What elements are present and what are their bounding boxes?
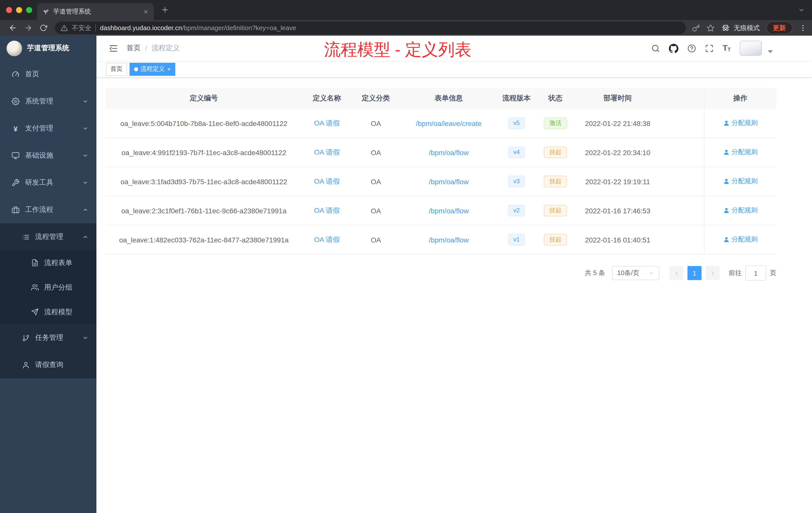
sidebar-item-system[interactable]: 系统管理 [0, 88, 96, 115]
table-row: oa_leave:4:991f2193-7b7f-11ec-a3c8-acde4… [106, 138, 776, 167]
sidebar-item-leave-query[interactable]: 请假查询 [0, 351, 96, 379]
list-icon [22, 233, 29, 241]
sidebar-item-task-management[interactable]: 任务管理 [0, 324, 96, 351]
assign-rule-link[interactable]: 分配规则 [723, 235, 758, 244]
definition-name-link[interactable]: OA 请假 [314, 235, 340, 243]
filler-cell [660, 167, 704, 196]
pagination: 共 5 条 10条/页 1 前往 页 [106, 266, 776, 280]
screen: 芋道管理系统 不安全 dashboard.yudao.iocoder.cn/bp… [0, 0, 812, 513]
goto-page-input[interactable] [745, 266, 766, 280]
minimize-window-button[interactable] [16, 7, 22, 13]
tag-close-icon[interactable]: × [167, 66, 171, 72]
sidebar-item-infrastructure[interactable]: 基础设施 [0, 142, 96, 169]
column-header: 部署时间 [576, 88, 660, 109]
new-tab-button[interactable] [161, 5, 169, 14]
password-key-icon[interactable] [692, 24, 700, 32]
assign-rule-link[interactable]: 分配规则 [723, 119, 758, 128]
avatar-caret-icon[interactable] [768, 50, 773, 53]
bookmark-star-icon[interactable] [706, 24, 715, 32]
deploy-time: 2022-01-22 20:34:10 [576, 138, 660, 167]
filler-cell [660, 109, 704, 138]
breadcrumb-home[interactable]: 首页 [126, 44, 141, 53]
chevron-up-icon [82, 207, 88, 213]
page-unit-label: 页 [770, 269, 776, 278]
reload-button[interactable] [40, 24, 47, 32]
sidebar-item-workflow[interactable]: 工作流程 [0, 196, 96, 223]
definition-id: oa_leave:2:3c1f0ef1-76b1-11ec-9c66-a2380… [106, 196, 302, 225]
incognito-label: 无痕模式 [734, 23, 760, 32]
tag-process-definition[interactable]: 流程定义 × [129, 62, 175, 76]
form-link[interactable]: /bpm/oa/flow [429, 148, 469, 156]
prev-page-button[interactable] [669, 266, 684, 280]
version-badge: v4 [508, 147, 524, 158]
browser-toolbar: 不安全 dashboard.yudao.iocoder.cn/bpm/manag… [0, 20, 812, 36]
zoom-window-button[interactable] [26, 7, 32, 13]
browser-menu-icon[interactable] [799, 24, 807, 32]
user-avatar[interactable] [740, 41, 762, 56]
sidebar-item-process-management[interactable]: 流程管理 [0, 223, 96, 250]
help-icon[interactable] [688, 44, 696, 53]
table-row: oa_leave:1:482ec033-762a-11ec-8477-a2380… [106, 225, 776, 254]
definition-name-link[interactable]: OA 请假 [314, 177, 340, 185]
definition-name-link[interactable]: OA 请假 [314, 206, 340, 214]
tab-close-icon[interactable] [143, 9, 149, 14]
font-size-icon[interactable]: TT [723, 44, 731, 52]
security-label[interactable]: 不安全 [72, 23, 91, 32]
chevron-down-icon [82, 335, 88, 341]
sidebar-item-user-group[interactable]: 用户分组 [0, 275, 96, 300]
chevron-down-icon [82, 180, 88, 186]
column-header: 定义分类 [352, 88, 400, 109]
filler-cell [660, 225, 704, 254]
back-button[interactable] [8, 24, 17, 32]
forward-button[interactable] [24, 24, 33, 32]
sidebar-collapse-icon[interactable] [109, 43, 118, 53]
close-window-button[interactable] [6, 7, 12, 13]
total-count: 共 5 条 [585, 269, 605, 278]
sidebar-item-process-form[interactable]: 流程表单 [0, 250, 96, 275]
sidebar-item-process-model[interactable]: 流程模型 [0, 300, 96, 324]
tag-label: 流程定义 [141, 65, 165, 73]
paper-plane-icon [31, 308, 38, 316]
next-page-button[interactable] [705, 266, 720, 280]
search-icon[interactable] [651, 44, 660, 53]
chrome-update-button[interactable]: 更新 [766, 22, 792, 34]
fullscreen-icon[interactable] [705, 44, 714, 53]
page-number-button[interactable]: 1 [688, 266, 701, 280]
sidebar-item-devtools[interactable]: 研发工具 [0, 169, 96, 196]
column-header-filler [660, 88, 704, 109]
url-text[interactable]: dashboard.yudao.iocoder.cn/bpm/manager/d… [100, 24, 296, 32]
omnibox-divider [95, 24, 96, 31]
deploy-time: 2022-01-16 17:46:53 [576, 196, 660, 225]
breadcrumb-current: 流程定义 [152, 44, 180, 53]
form-link[interactable]: /bpm/oa/flow [429, 236, 469, 244]
tag-home[interactable]: 首页 [106, 62, 127, 76]
assign-rule-link[interactable]: 分配规则 [723, 206, 758, 215]
github-icon[interactable] [669, 43, 678, 53]
chevron-up-icon [82, 234, 88, 240]
browser-tab[interactable]: 芋道管理系统 [37, 3, 154, 20]
page-size-select[interactable]: 10条/页 [612, 266, 659, 280]
assign-rule-link[interactable]: 分配规则 [723, 148, 758, 157]
sidebar-item-payment[interactable]: ¥ 支付管理 [0, 115, 96, 142]
status-badge: 挂起 [544, 234, 567, 245]
form-link[interactable]: /bpm/oa/flow [429, 177, 469, 185]
users-icon [31, 283, 38, 291]
tags-view-bar: 首页 流程定义 × [96, 61, 812, 78]
form-icon [31, 259, 38, 267]
assign-rule-link[interactable]: 分配规则 [723, 177, 758, 186]
definition-name-link[interactable]: OA 请假 [314, 119, 340, 127]
tab-search-icon[interactable] [798, 6, 805, 13]
filler-cell [660, 138, 704, 167]
form-link[interactable]: /bpm/oa/leave/create [416, 119, 482, 127]
definition-name-link[interactable]: OA 请假 [314, 148, 340, 156]
logo-avatar [6, 40, 22, 56]
url-host: dashboard.yudao.iocoder.cn [100, 24, 182, 32]
sidebar-item-label: 支付管理 [25, 124, 53, 133]
sidebar-item-home[interactable]: 首页 [0, 61, 96, 88]
sidebar-logo[interactable]: 芋道管理系统 [0, 36, 96, 61]
user-icon [723, 178, 730, 185]
app-window: 芋道管理系统 首页 系统管理 ¥ 支付管理 基础设施 [0, 36, 812, 513]
form-link[interactable]: /bpm/oa/flow [429, 207, 469, 215]
address-bar[interactable]: 不安全 dashboard.yudao.iocoder.cn/bpm/manag… [55, 22, 686, 34]
version-badge: v2 [508, 205, 524, 216]
